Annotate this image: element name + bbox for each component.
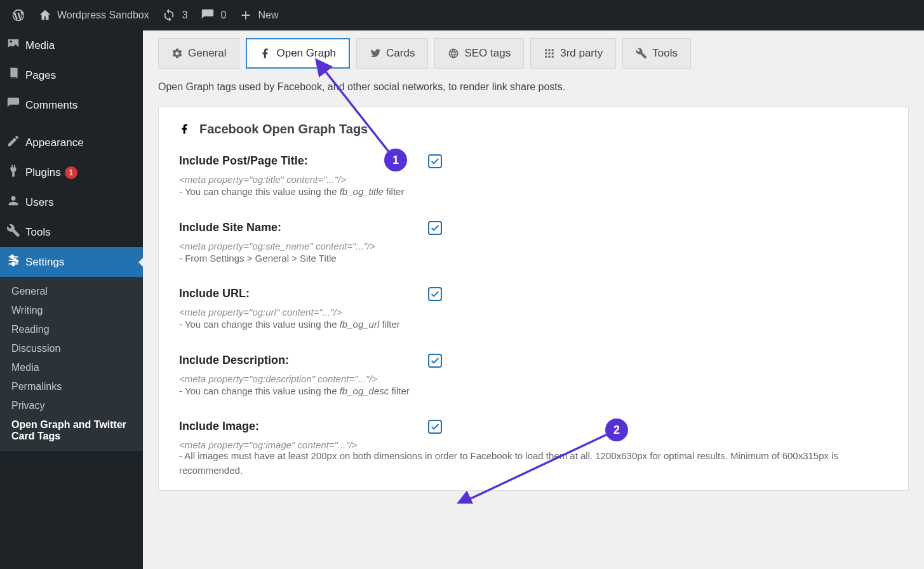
admin-sidebar: Media Pages Comments Appearance Plugins …	[0, 30, 143, 504]
plugins-badge: 1	[65, 166, 77, 179]
updates-count: 3	[182, 10, 188, 21]
globe-icon	[448, 48, 459, 59]
users-icon	[1, 194, 25, 211]
menu-plugins[interactable]: Plugins 1	[0, 157, 143, 187]
help-text: - You can change this value using the fb…	[179, 384, 428, 399]
plugins-icon	[1, 164, 25, 181]
content-wrap: General Open Graph Cards SEO tags 3rd pa…	[143, 30, 924, 504]
submenu-reading[interactable]: Reading	[0, 320, 143, 339]
admin-bar: Wordpress Sandbox 3 0 New	[0, 0, 924, 30]
pages-icon	[1, 67, 25, 84]
submenu-media[interactable]: Media	[0, 358, 143, 377]
tab-open-graph[interactable]: Open Graph	[246, 38, 350, 69]
comments-icon	[1, 97, 25, 114]
tools-icon	[1, 224, 25, 241]
meta-hint: <meta property="og:description" content=…	[179, 373, 428, 384]
appearance-icon	[1, 134, 25, 151]
settings-icon	[1, 253, 25, 271]
new-content-link[interactable]: New	[232, 0, 285, 30]
field-label: Include Post/Page Title:	[179, 154, 428, 168]
tab-third-party[interactable]: 3rd party	[530, 38, 616, 69]
checkbox-include-url[interactable]	[428, 287, 442, 301]
submenu-permalinks[interactable]: Permalinks	[0, 377, 143, 396]
twitter-icon	[370, 48, 381, 59]
submenu-opengraph[interactable]: Open Graph and Twitter Card Tags	[0, 415, 143, 446]
help-text: - All images must have at least 200px on…	[179, 449, 888, 478]
menu-settings[interactable]: Settings	[0, 247, 143, 277]
gear-icon	[171, 48, 183, 59]
menu-pages[interactable]: Pages	[0, 60, 143, 90]
comments-link[interactable]: 0	[194, 0, 233, 30]
field-label: Include Image:	[179, 420, 428, 433]
facebook-icon	[260, 48, 271, 59]
new-label: New	[258, 10, 278, 21]
field-label: Include URL:	[179, 287, 428, 300]
site-title: Wordpress Sandbox	[57, 10, 149, 21]
help-text: - You can change this value using the fb…	[179, 185, 428, 199]
menu-comments[interactable]: Comments	[0, 90, 143, 120]
field-include-url: Include URL: <meta property="og:url" con…	[179, 287, 888, 332]
facebook-icon	[179, 120, 191, 138]
tab-tools[interactable]: Tools	[622, 38, 691, 69]
meta-hint: <meta property="og:url" content="..."/>	[179, 307, 428, 318]
tab-general[interactable]: General	[158, 38, 239, 69]
submenu-general[interactable]: General	[0, 282, 143, 301]
comments-count: 0	[221, 10, 227, 21]
wrench-icon	[636, 48, 647, 59]
meta-hint: <meta property="og:title" content="..."/…	[179, 174, 428, 185]
checkbox-include-title[interactable]	[428, 154, 442, 168]
comment-icon	[201, 8, 215, 22]
field-label: Include Site Name:	[179, 221, 428, 234]
checkbox-include-description[interactable]	[428, 354, 442, 368]
meta-hint: <meta property="og:site_name" content=".…	[179, 241, 428, 251]
menu-users[interactable]: Users	[0, 187, 143, 217]
submenu-writing[interactable]: Writing	[0, 301, 143, 320]
field-include-sitename: Include Site Name: <meta property="og:si…	[179, 221, 888, 266]
menu-appearance[interactable]: Appearance	[0, 128, 143, 157]
checkbox-include-image[interactable]	[428, 420, 442, 434]
media-icon	[1, 37, 25, 54]
menu-tools[interactable]: Tools	[0, 217, 143, 247]
help-text: - You can change this value using the fb…	[179, 318, 428, 332]
settings-submenu: General Writing Reading Discussion Media…	[0, 277, 143, 451]
field-label: Include Description:	[179, 354, 428, 367]
help-text: - From Settings > General > Site Title	[179, 251, 428, 266]
updates-link[interactable]: 3	[156, 0, 194, 30]
wp-logo[interactable]	[5, 0, 32, 30]
settings-panel: Facebook Open Graph Tags Include Post/Pa…	[158, 107, 909, 491]
field-include-title: Include Post/Page Title: <meta property=…	[179, 154, 888, 199]
page-description: Open Graph tags used by Facebook, and ot…	[158, 81, 909, 93]
tab-seo[interactable]: SEO tags	[434, 38, 524, 69]
field-include-image: Include Image: <meta property="og:image"…	[179, 420, 888, 450]
field-include-description: Include Description: <meta property="og:…	[179, 354, 888, 399]
submenu-privacy[interactable]: Privacy	[0, 396, 143, 415]
panel-title: Facebook Open Graph Tags	[179, 120, 888, 138]
refresh-icon	[162, 8, 176, 22]
home-icon	[38, 8, 52, 22]
grid-icon	[544, 48, 555, 59]
plus-icon	[239, 8, 253, 22]
tab-nav: General Open Graph Cards SEO tags 3rd pa…	[158, 38, 909, 69]
wordpress-icon	[11, 8, 25, 22]
site-home-link[interactable]: Wordpress Sandbox	[32, 0, 156, 30]
checkbox-include-sitename[interactable]	[428, 221, 442, 235]
submenu-discussion[interactable]: Discussion	[0, 339, 143, 358]
svg-rect-1	[10, 68, 17, 77]
menu-media[interactable]: Media	[0, 30, 143, 60]
tab-cards[interactable]: Cards	[356, 38, 428, 69]
